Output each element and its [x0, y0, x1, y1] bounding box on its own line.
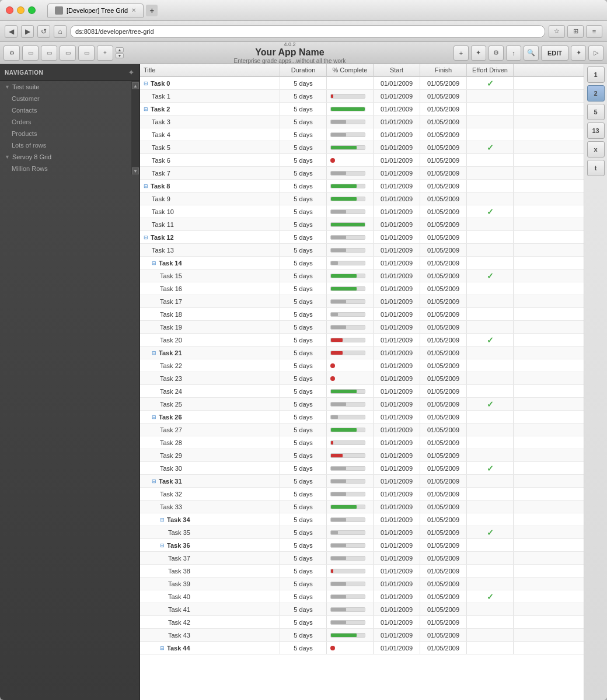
table-row[interactable]: Task 40 5 days 01/01/2009 01/05/2009 ✓ — [140, 590, 584, 603]
maximize-button[interactable] — [28, 6, 36, 14]
panel-btn-13[interactable]: 13 — [587, 123, 605, 139]
table-row[interactable]: ⊟Task 12 5 days 01/01/2009 01/05/2009 — [140, 231, 584, 244]
add-icon[interactable]: + — [453, 46, 469, 61]
window-icon[interactable]: ⊞ — [567, 25, 584, 38]
tab-close-icon[interactable]: ✕ — [131, 7, 136, 13]
table-row[interactable]: Task 7 5 days 01/01/2009 01/05/2009 — [140, 167, 584, 180]
sidebar-item-contacts[interactable]: Contacts — [0, 104, 131, 116]
settings-icon[interactable]: ⚙ — [4, 46, 20, 61]
table-row[interactable]: Task 13 5 days 01/01/2009 01/05/2009 — [140, 244, 584, 257]
table-row[interactable]: ⊟Task 44 5 days 01/01/2009 01/05/2009 — [140, 642, 584, 654]
table-row[interactable]: ⊟Task 2 5 days 01/01/2009 01/05/2009 — [140, 103, 584, 116]
table-row[interactable]: ⊟Task 21 5 days 01/01/2009 01/05/2009 — [140, 346, 584, 359]
menu-icon[interactable]: ≡ — [586, 25, 602, 38]
edit-button[interactable]: EDIT — [541, 46, 568, 61]
table-row[interactable]: Task 29 5 days 01/01/2009 01/05/2009 — [140, 449, 584, 462]
expand-icon[interactable]: ▷ — [588, 46, 603, 61]
back-button[interactable]: ◀ — [5, 25, 18, 38]
table-row[interactable]: ⊟Task 26 5 days 01/01/2009 01/05/2009 — [140, 411, 584, 424]
table-row[interactable]: Task 15 5 days 01/01/2009 01/05/2009 ✓ — [140, 270, 584, 282]
search-icon[interactable]: 🔍 — [524, 46, 539, 61]
star-icon[interactable]: ✦ — [471, 46, 486, 61]
table-row[interactable]: Task 35 5 days 01/01/2009 01/05/2009 ✓ — [140, 526, 584, 539]
table-row[interactable]: Task 3 5 days 01/01/2009 01/05/2009 — [140, 116, 584, 128]
table-row[interactable]: Task 18 5 days 01/01/2009 01/05/2009 — [140, 308, 584, 321]
table-row[interactable]: Task 17 5 days 01/01/2009 01/05/2009 — [140, 295, 584, 308]
nav-down-arrow[interactable]: ▼ — [116, 53, 124, 58]
table-row[interactable]: ⊟Task 0 5 days 01/01/2009 01/05/2009 ✓ — [140, 77, 584, 90]
table-row[interactable]: ⊟Task 31 5 days 01/01/2009 01/05/2009 — [140, 475, 584, 488]
expand-icon[interactable]: ⊟ — [144, 235, 148, 240]
table-row[interactable]: Task 10 5 days 01/01/2009 01/05/2009 ✓ — [140, 205, 584, 218]
sidebar-scroll-down[interactable]: ▼ — [132, 167, 139, 174]
panel-btn-5[interactable]: 5 — [587, 104, 605, 120]
table-row[interactable]: Task 24 5 days 01/01/2009 01/05/2009 — [140, 385, 584, 398]
table-row[interactable]: Task 42 5 days 01/01/2009 01/05/2009 — [140, 616, 584, 629]
table-row[interactable]: Task 6 5 days 01/01/2009 01/05/2009 — [140, 154, 584, 167]
expand-icon[interactable]: ⊟ — [152, 478, 156, 484]
layout-btn-1[interactable]: ▭ — [22, 46, 39, 61]
table-row[interactable]: Task 4 5 days 01/01/2009 01/05/2009 — [140, 128, 584, 141]
panel-btn-t[interactable]: t — [587, 160, 605, 176]
expand-icon[interactable]: ⊟ — [144, 106, 148, 112]
new-tab-button[interactable]: + — [146, 5, 158, 16]
add-button[interactable]: + — [97, 46, 113, 61]
sidebar-group-header-test-suite[interactable]: ▼ Test suite — [0, 81, 131, 93]
table-row[interactable]: Task 32 5 days 01/01/2009 01/05/2009 — [140, 488, 584, 501]
sidebar-star-icon[interactable]: ✦ — [128, 68, 135, 77]
bookmark-icon[interactable]: ☆ — [549, 25, 565, 38]
expand-icon[interactable]: ⊟ — [160, 517, 165, 523]
table-row[interactable]: ⊟Task 36 5 days 01/01/2009 01/05/2009 — [140, 539, 584, 552]
panel-btn-1[interactable]: 1 — [587, 66, 605, 83]
table-row[interactable]: ⊟Task 8 5 days 01/01/2009 01/05/2009 — [140, 180, 584, 192]
table-row[interactable]: Task 41 5 days 01/01/2009 01/05/2009 — [140, 603, 584, 616]
table-row[interactable]: Task 25 5 days 01/01/2009 01/05/2009 ✓ — [140, 398, 584, 411]
expand-icon[interactable]: ⊟ — [144, 80, 148, 86]
table-row[interactable]: Task 33 5 days 01/01/2009 01/05/2009 — [140, 501, 584, 513]
layout-btn-4[interactable]: ▭ — [78, 46, 95, 61]
close-button[interactable] — [6, 6, 13, 14]
table-row[interactable]: Task 30 5 days 01/01/2009 01/05/2009 ✓ — [140, 462, 584, 475]
address-bar[interactable]: ds:8081/developer/tree-grid — [70, 25, 545, 38]
table-row[interactable]: Task 38 5 days 01/01/2009 01/05/2009 — [140, 565, 584, 578]
expand-icon[interactable]: ⊟ — [152, 350, 156, 356]
panel-btn-2[interactable]: 2 — [587, 85, 605, 102]
table-row[interactable]: ⊟Task 34 5 days 01/01/2009 01/05/2009 — [140, 513, 584, 526]
layout-btn-3[interactable]: ▭ — [60, 46, 76, 61]
browser-tab[interactable]: [Developer] Tree Grid ✕ — [47, 4, 144, 18]
more-icon[interactable]: ✦ — [571, 46, 586, 61]
expand-icon[interactable]: ⊟ — [152, 414, 156, 420]
table-row[interactable]: Task 1 5 days 01/01/2009 01/05/2009 — [140, 90, 584, 103]
sidebar-group-header-servoy[interactable]: ▼ Servoy 8 Grid — [0, 151, 131, 163]
sidebar-item-million-rows[interactable]: Million Rows — [0, 163, 131, 174]
expand-icon[interactable]: ⊟ — [160, 542, 165, 548]
table-row[interactable]: Task 19 5 days 01/01/2009 01/05/2009 — [140, 321, 584, 334]
table-row[interactable]: Task 16 5 days 01/01/2009 01/05/2009 — [140, 282, 584, 295]
layout-btn-2[interactable]: ▭ — [41, 46, 57, 61]
table-row[interactable]: Task 43 5 days 01/01/2009 01/05/2009 — [140, 629, 584, 642]
table-row[interactable]: Task 11 5 days 01/01/2009 01/05/2009 — [140, 218, 584, 231]
table-row[interactable]: Task 27 5 days 01/01/2009 01/05/2009 — [140, 424, 584, 436]
table-row[interactable]: Task 39 5 days 01/01/2009 01/05/2009 — [140, 578, 584, 590]
table-row[interactable]: Task 37 5 days 01/01/2009 01/05/2009 — [140, 552, 584, 565]
table-row[interactable]: ⊟Task 14 5 days 01/01/2009 01/05/2009 — [140, 257, 584, 270]
table-row[interactable]: Task 9 5 days 01/01/2009 01/05/2009 — [140, 192, 584, 205]
forward-button[interactable]: ▶ — [21, 25, 34, 38]
home-button[interactable]: ⌂ — [54, 25, 67, 38]
sidebar-item-products[interactable]: Products — [0, 128, 131, 139]
minimize-button[interactable] — [17, 6, 25, 14]
table-row[interactable]: Task 28 5 days 01/01/2009 01/05/2009 — [140, 436, 584, 449]
grid-body[interactable]: ⊟Task 0 5 days 01/01/2009 01/05/2009 ✓ T… — [140, 77, 584, 700]
expand-icon[interactable]: ⊟ — [152, 260, 156, 266]
sidebar-item-lots-of-rows[interactable]: Lots of rows — [0, 139, 131, 151]
panel-btn-x[interactable]: x — [587, 141, 605, 158]
nav-up-arrow[interactable]: ▲ — [116, 47, 124, 52]
sidebar-item-orders[interactable]: Orders — [0, 116, 131, 128]
table-row[interactable]: Task 23 5 days 01/01/2009 01/05/2009 — [140, 372, 584, 385]
table-row[interactable]: Task 5 5 days 01/01/2009 01/05/2009 ✓ — [140, 141, 584, 154]
table-row[interactable]: Task 20 5 days 01/01/2009 01/05/2009 ✓ — [140, 334, 584, 346]
reload-button[interactable]: ↺ — [37, 25, 50, 38]
expand-icon[interactable]: ⊟ — [160, 645, 165, 651]
expand-icon[interactable]: ⊟ — [144, 183, 148, 189]
gear-icon[interactable]: ⚙ — [489, 46, 504, 61]
